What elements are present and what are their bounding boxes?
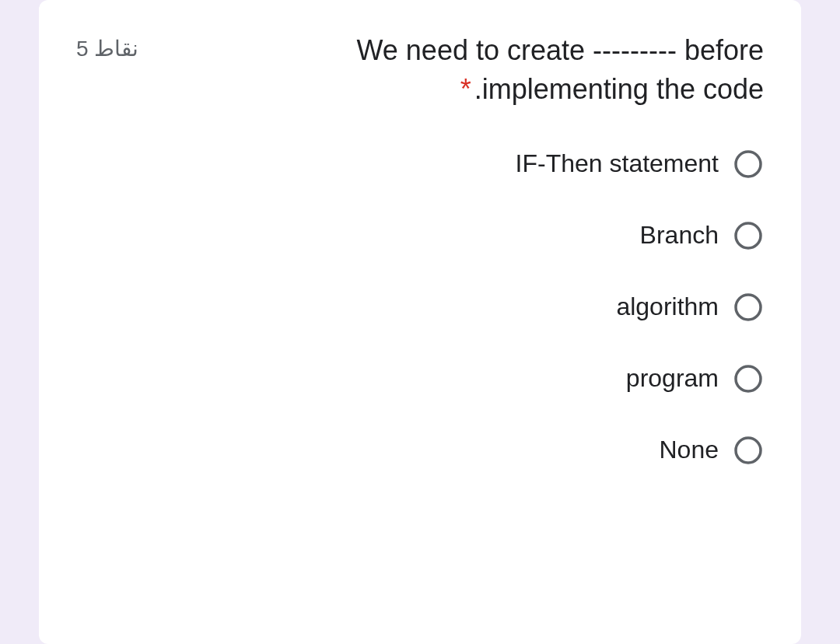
svg-point-1 xyxy=(736,223,761,248)
option-label: None xyxy=(660,436,719,464)
radio-unchecked-icon xyxy=(733,220,764,251)
option-program[interactable]: program xyxy=(626,363,764,394)
question-line-1: We need to create --------- before xyxy=(170,31,764,70)
option-algorithm[interactable]: algorithm xyxy=(616,292,764,323)
question-header: 5 نقاط We need to create --------- befor… xyxy=(76,31,764,110)
svg-point-2 xyxy=(736,295,761,320)
question-text: We need to create --------- before *.imp… xyxy=(138,31,764,110)
option-label: program xyxy=(626,364,719,393)
svg-point-4 xyxy=(736,438,761,463)
option-if-then[interactable]: IF-Then statement xyxy=(516,149,764,180)
question-card: 5 نقاط We need to create --------- befor… xyxy=(39,0,801,644)
radio-unchecked-icon xyxy=(733,292,764,323)
question-line-2-text: .implementing the code xyxy=(474,73,764,105)
svg-point-3 xyxy=(736,366,761,391)
option-label: algorithm xyxy=(616,292,719,321)
option-branch[interactable]: Branch xyxy=(640,220,764,251)
svg-point-0 xyxy=(736,152,761,177)
question-line-2: *.implementing the code xyxy=(170,70,764,109)
radio-unchecked-icon xyxy=(733,363,764,394)
points-label: 5 نقاط xyxy=(76,31,138,61)
options-list: IF-Then statement Branch algorithm progr… xyxy=(76,149,764,466)
option-label: IF-Then statement xyxy=(516,149,719,178)
radio-unchecked-icon xyxy=(733,149,764,180)
option-none[interactable]: None xyxy=(660,435,765,466)
option-label: Branch xyxy=(640,221,719,250)
radio-unchecked-icon xyxy=(733,435,764,466)
required-marker: * xyxy=(460,73,471,105)
